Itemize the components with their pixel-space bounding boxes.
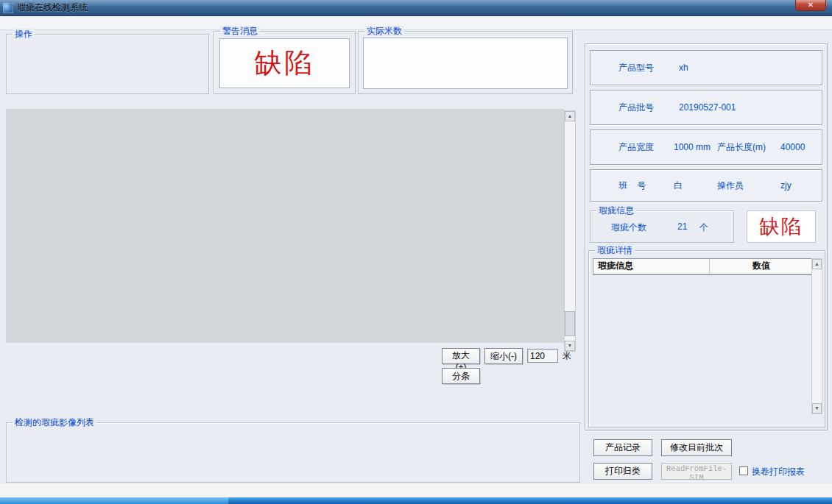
product-width-label: 产品宽度 xyxy=(618,141,654,154)
defect-summary-group: 瑕疵信息 瑕疵个数 21 个 xyxy=(590,210,734,243)
defect-detail-group-label: 瑕疵详情 xyxy=(595,245,635,255)
menubar xyxy=(0,16,832,30)
range-meters-input[interactable] xyxy=(527,349,558,363)
col-header-value: 数值 xyxy=(710,259,813,274)
product-model-label: 产品型号 xyxy=(618,62,654,74)
defect-count-unit: 个 xyxy=(699,221,708,234)
defect-summary-group-label: 瑕疵信息 xyxy=(596,205,636,216)
distribution-plots-panel xyxy=(6,109,564,343)
window-title: 瑕疵在线检测系统 xyxy=(17,1,88,14)
plots-scrollbar[interactable]: ▲ ▼ xyxy=(564,110,576,352)
product-length-value: 40000 xyxy=(780,142,805,152)
meters-group-label: 实际米数 xyxy=(364,26,404,36)
product-length-label: 产品长度(m) xyxy=(717,141,766,154)
meters-group: 实际米数 xyxy=(358,31,573,94)
modify-batch-button[interactable]: 修改目前批次 xyxy=(661,439,732,456)
defect-detail-group: 瑕疵详情 瑕疵信息 数值 ▲ ▼ xyxy=(588,250,825,428)
col-header-info: 瑕疵信息 xyxy=(593,259,710,274)
product-record-button[interactable]: 产品记录 xyxy=(593,439,652,456)
operation-group-label: 操作 xyxy=(13,29,35,39)
table-header-row: 瑕疵信息 数值 xyxy=(593,259,813,274)
plots-scrollbar-thumb[interactable] xyxy=(565,311,575,336)
operator-value: zjy xyxy=(780,180,792,191)
split-strip-button[interactable]: 分条 xyxy=(442,368,480,384)
table-scrollbar[interactable]: ▲ ▼ xyxy=(811,258,822,414)
defect-images-group: 检测的瑕疵影像列表 xyxy=(6,422,580,483)
meters-box xyxy=(363,38,568,89)
table-scroll-up-icon[interactable]: ▲ xyxy=(812,259,822,269)
basic-info-page: 产品型号 xh 产品批号 20190527-001 产品宽度 1000 mm 产… xyxy=(585,43,828,430)
scroll-up-icon[interactable]: ▲ xyxy=(565,111,575,121)
defect-detail-table: 瑕疵信息 数值 xyxy=(593,258,814,275)
shift-label: 班 号 xyxy=(618,180,646,192)
defect-alert-box: 缺陷 xyxy=(747,210,816,243)
product-size-row: 产品宽度 1000 mm 产品长度(m) 40000 xyxy=(590,129,822,165)
defect-images-group-label: 检测的瑕疵影像列表 xyxy=(13,417,96,427)
scroll-down-icon[interactable]: ▼ xyxy=(565,341,575,351)
statusbar xyxy=(0,484,832,497)
warning-text: 缺陷 xyxy=(220,39,349,88)
product-model-value: xh xyxy=(679,63,688,73)
product-batch-value: 20190527-001 xyxy=(679,102,736,113)
defect-count-value: 21 xyxy=(677,221,687,232)
print-report-checkbox[interactable] xyxy=(739,466,748,475)
warning-group: 警告消息 缺陷 xyxy=(214,31,356,94)
table-scroll-down-icon[interactable]: ▼ xyxy=(812,403,822,414)
read-from-file-sim-button[interactable]: ReadFromFile-SIM xyxy=(661,463,732,480)
product-model-row: 产品型号 xh xyxy=(590,50,822,85)
zoom-out-button[interactable]: 缩小(-) xyxy=(484,348,523,364)
product-batch-row: 产品批号 20190527-001 xyxy=(590,90,822,125)
warning-box: 缺陷 xyxy=(219,38,350,88)
product-batch-label: 产品批号 xyxy=(618,102,654,114)
titlebar: 瑕疵在线检测系统 ✕ xyxy=(0,0,832,16)
zoom-in-button[interactable]: 放大(+) xyxy=(442,348,480,364)
warning-group-label: 警告消息 xyxy=(220,26,260,36)
app-logo-icon xyxy=(3,3,13,13)
windows-taskbar[interactable] xyxy=(0,497,832,504)
shift-operator-row: 班 号 白 操作员 zjy xyxy=(590,169,822,202)
product-width-value: 1000 mm xyxy=(674,142,711,152)
defect-count-label: 瑕疵个数 xyxy=(611,221,646,234)
print-report-checkbox-label: 换卷打印报表 xyxy=(752,466,805,478)
meters-unit-label: 米 xyxy=(563,350,571,363)
print-classify-button[interactable]: 打印归类 xyxy=(593,463,652,480)
shift-value: 白 xyxy=(674,180,683,192)
operator-label: 操作员 xyxy=(717,180,744,192)
close-button[interactable]: ✕ xyxy=(795,0,826,11)
operation-group: 操作 xyxy=(6,34,209,94)
